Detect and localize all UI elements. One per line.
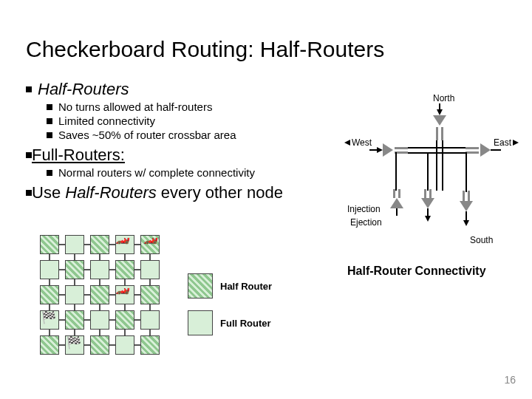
- bullet-use-half-routers: Use Half-Routers every other node: [26, 183, 344, 202]
- grid-node: [90, 310, 109, 330]
- grid-link: [149, 254, 151, 260]
- text: Half-Routers: [38, 80, 129, 98]
- grid-node: [90, 335, 109, 355]
- text: Limited connectivity: [58, 115, 155, 127]
- grid-link: [99, 304, 100, 310]
- car-icon: [115, 282, 133, 296]
- wire: [395, 152, 397, 191]
- half-router-schematic: North South East West Injection Ejection: [344, 95, 517, 250]
- buffer-icon: [421, 198, 434, 208]
- grid-link: [109, 244, 115, 245]
- grid-link: [149, 330, 151, 335]
- grid-link: [59, 294, 65, 296]
- body-text: Half-Routers No turns allowed at half-ro…: [26, 78, 344, 202]
- text: Saves ~50% of router crossbar area: [58, 129, 236, 141]
- wire: [468, 191, 470, 201]
- grid-link: [84, 269, 90, 270]
- wire: [396, 208, 398, 216]
- wire: [491, 149, 501, 151]
- grid-node: [65, 285, 84, 304]
- arrow-icon: [377, 147, 383, 153]
- grid-link: [49, 330, 50, 335]
- text: Full-Routers:: [32, 146, 125, 164]
- grid-link: [134, 244, 140, 245]
- wire: [398, 189, 400, 198]
- grid-node: [40, 335, 59, 355]
- grid-link: [99, 254, 100, 260]
- grid-link: [84, 344, 90, 346]
- text: Use: [32, 183, 65, 202]
- grid-node: [140, 285, 160, 304]
- grid-link: [149, 279, 151, 285]
- grid-link: [109, 294, 115, 296]
- buffer-icon: [383, 143, 393, 157]
- grid-link: [134, 269, 140, 270]
- grid-link: [124, 254, 126, 260]
- label-east: East: [494, 137, 511, 148]
- grid-link: [59, 319, 65, 321]
- legend-half-label: Half Router: [220, 281, 272, 292]
- car-icon: [115, 232, 133, 245]
- grid-link: [59, 269, 65, 270]
- sub-bullet: Saves ~50% of router crossbar area: [47, 129, 344, 141]
- wire: [466, 147, 479, 149]
- car-icon: [143, 232, 161, 245]
- wire: [429, 189, 432, 198]
- grid-link: [134, 294, 140, 296]
- grid-link: [149, 304, 151, 310]
- sub-bullet: Limited connectivity: [47, 115, 344, 127]
- grid-link: [74, 254, 75, 260]
- grid-node: [140, 335, 160, 355]
- page-title: Checkerboard Routing: Half-Routers: [26, 37, 384, 62]
- flag-icon: [66, 337, 84, 350]
- grid-node: [40, 260, 59, 279]
- arrow-icon: [344, 140, 350, 146]
- wire: [442, 140, 443, 191]
- grid-link: [49, 304, 50, 310]
- grid-link: [59, 244, 65, 245]
- grid-link: [124, 330, 126, 335]
- grid-link: [134, 344, 140, 346]
- wire: [466, 152, 467, 192]
- buffer-icon: [433, 115, 446, 126]
- label-injection: Injection: [347, 204, 381, 214]
- grid-node: [65, 310, 84, 330]
- grid-node: [40, 235, 59, 254]
- grid-link: [49, 279, 50, 285]
- bullet-half-routers: Half-Routers: [26, 80, 344, 99]
- text: every other node: [157, 183, 283, 202]
- wire: [395, 147, 408, 149]
- grid-link: [109, 269, 115, 270]
- sub-bullet: Normal routers w/ complete connectivity: [47, 166, 344, 179]
- grid-node: [90, 235, 109, 254]
- wire: [441, 127, 443, 140]
- grid-node: [90, 260, 109, 279]
- legend-full-label: Full Router: [220, 318, 271, 329]
- arrow-icon: [513, 140, 519, 146]
- grid-node: [140, 310, 160, 330]
- wire: [427, 152, 429, 191]
- grid-node: [90, 285, 109, 304]
- grid-link: [84, 319, 90, 321]
- legend-half-box: [188, 273, 213, 299]
- grid-link: [109, 344, 115, 346]
- grid-link: [109, 319, 115, 321]
- arrow-icon: [425, 216, 431, 222]
- text: No turns allowed at half-routers: [58, 100, 212, 113]
- grid-link: [74, 279, 75, 285]
- grid-node: [115, 335, 134, 355]
- grid-link: [99, 330, 100, 335]
- grid-node: [140, 260, 160, 279]
- wire: [424, 189, 426, 198]
- buffer-icon: [480, 143, 491, 157]
- wire: [436, 140, 437, 191]
- label-ejection: Ejection: [350, 217, 382, 228]
- page-number: 16: [504, 374, 516, 386]
- text: Half-Routers: [65, 183, 156, 202]
- grid-node: [40, 285, 59, 304]
- buffer-icon: [460, 201, 473, 211]
- grid-link: [84, 244, 90, 245]
- grid-node: [115, 310, 134, 330]
- grid-node: [65, 260, 84, 279]
- label-north: North: [433, 93, 454, 103]
